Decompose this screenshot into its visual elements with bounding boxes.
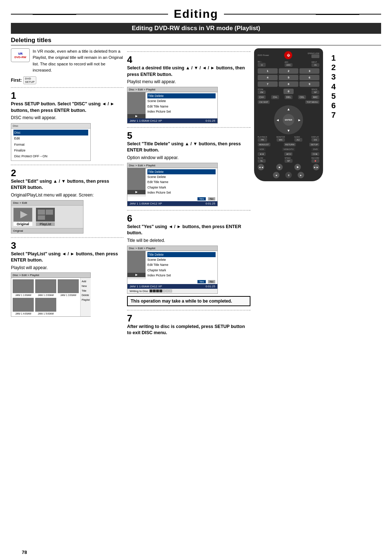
ch-vol-row: CH+ CH- DEL CEL MIC	[258, 95, 319, 99]
playback-area: PLAYBACK PB	[258, 136, 267, 142]
arrow-right[interactable]: ►	[298, 118, 301, 122]
num-4[interactable]: 4	[258, 75, 278, 80]
playlist-menu-chapter-6: Chapter Mark	[147, 268, 166, 272]
num-2[interactable]: 2	[279, 68, 299, 74]
pl-side-delete: Delete	[82, 293, 90, 298]
open-close-button[interactable]	[311, 54, 319, 58]
writing-label: Writing to Disc	[130, 289, 148, 293]
step-5-block: 5 Select "Title Delete" using ▲ / ▼ butt…	[127, 131, 250, 206]
num-0[interactable]: 0	[283, 89, 294, 94]
arrow-down[interactable]: ▼	[287, 129, 290, 133]
playlist-label: PlayList	[36, 222, 55, 226]
num-3[interactable]: 3	[299, 68, 319, 74]
top-menu-button[interactable]: TOP MENU	[305, 100, 319, 104]
origpl-header: Disc > Edit	[11, 200, 83, 206]
side-num-3: 3	[331, 73, 336, 81]
next-button[interactable]: ►	[298, 172, 304, 178]
playback-button[interactable]: PB	[258, 138, 267, 142]
stop-button[interactable]: ■	[276, 164, 283, 170]
skip-prev-button[interactable]: ◄◄	[258, 152, 266, 156]
num-7[interactable]: 7	[258, 81, 278, 87]
num-1[interactable]: 1	[258, 68, 278, 74]
menu-list-button[interactable]: MENU/LIST	[258, 143, 270, 146]
cm-skip-row: CM SKIP TOP MENU	[258, 100, 319, 104]
playlist-menu-edit-title: Edit Title Name	[147, 105, 168, 108]
num-9[interactable]: 9	[299, 81, 319, 87]
dots-separator-7	[127, 310, 250, 311]
arrow-up[interactable]: ▲	[287, 107, 290, 111]
remote-container: DVD Power ⏻ OPEN/CLOSE IB/ I - ⊡	[254, 48, 323, 181]
section-banner: Editing DVD-RW discs in VR mode (Playlis…	[11, 23, 381, 34]
side-num-7: 7	[331, 111, 336, 119]
pause-button[interactable]: ⏸	[285, 172, 292, 178]
footer-date-5: JAN/ 1 1:00AM CH12 XP	[130, 202, 162, 205]
power-button[interactable]: ⏻	[284, 51, 292, 59]
pl-label-1: JAN/ 1 1:00AM	[13, 294, 34, 296]
menu-return-setup-row: MENU/LIST RETURN SETUP	[258, 143, 319, 146]
svg-rect-3	[38, 210, 45, 215]
arc-button[interactable]: ARC	[285, 63, 293, 67]
page-number: 78	[22, 550, 27, 555]
display-area: DISPLAY DS	[311, 136, 319, 142]
prev-button[interactable]: ◄	[273, 172, 279, 178]
rewind-button[interactable]: ◄◄	[258, 164, 264, 170]
ch-plus-button[interactable]: CH+	[258, 95, 266, 99]
record-button[interactable]: ⏺	[311, 159, 319, 163]
origpl-screen: Disc > Edit Original PlayLis	[11, 200, 83, 234]
playlist-thumb-col-6: ▶	[127, 251, 146, 279]
ibi-button[interactable]: ⊡	[258, 63, 266, 67]
forward-button[interactable]: ►►	[313, 164, 319, 170]
pl-side-playlist: Playlist	[82, 298, 90, 303]
svg-rect-5	[38, 215, 45, 220]
skip-next-button[interactable]: ◄CH	[284, 152, 293, 156]
video-tv-button[interactable]: VIDEO/TV	[282, 147, 295, 151]
step-5-number: 5	[127, 131, 250, 140]
num-5[interactable]: 5	[279, 75, 299, 80]
cel-button[interactable]: CEL	[298, 95, 306, 99]
display-button[interactable]: DS	[311, 138, 319, 142]
playlist-screen-footer-6: JAN/ 1 1:00AM CH12 XP 0:01:25	[127, 284, 217, 289]
disc-menu-item-finalize: Finalize	[13, 147, 88, 153]
ch-minus-button[interactable]: CH-	[271, 95, 279, 99]
arrow-ring: ▲ ▼ ◄ ► ENTER	[274, 105, 303, 134]
mic-button[interactable]: MIC	[311, 95, 319, 99]
dots-separator-3	[11, 237, 123, 238]
step-3-number: 3	[11, 241, 123, 250]
pl-grid-body: JAN/ 1 1:00AM JAN/ 1 2:00AM JAN/ 1 3:00A…	[11, 278, 80, 316]
space-button[interactable]: SP	[311, 90, 319, 94]
setup-button[interactable]: SETUP	[309, 143, 319, 146]
side-numbers: 1 2 3 4 5 6 7	[331, 54, 336, 119]
left-column: VR DVD-RW In VR mode, even when a title …	[11, 48, 123, 340]
origpl-footer: Original	[11, 228, 83, 233]
arrow-left[interactable]: ◄	[276, 118, 279, 122]
playlist-thumb-img-6	[127, 251, 146, 273]
playlist-menu-index-6: Index Picture Set	[147, 274, 171, 277]
pl-thumb-1	[13, 279, 34, 293]
step-5-bold: Select "Title Delete" using ▲ / ▼ button…	[127, 141, 250, 154]
del-button[interactable]: DEL	[285, 95, 293, 99]
scroll-indicator-6: ▶	[127, 273, 146, 277]
audio-button[interactable]: AU	[294, 138, 302, 142]
footer-time-5: 0:01:25	[205, 202, 215, 205]
speed-button[interactable]: SP	[285, 159, 293, 163]
vcr-button[interactable]: VCR	[258, 147, 266, 151]
play-button[interactable]: ▶	[294, 164, 301, 170]
enter-button[interactable]: ENTER	[283, 114, 294, 126]
dvd-badge-area: VR DVD-RW In VR mode, even when a title …	[11, 48, 123, 73]
cm-skip-button[interactable]: CM SKIP	[258, 100, 270, 104]
monitor-button[interactable]: MN	[277, 138, 285, 142]
slow-button[interactable]: SL	[258, 159, 266, 163]
zoom-button[interactable]: ZM	[258, 90, 266, 94]
ch-up-button[interactable]: CH►	[311, 152, 319, 156]
playlist-menu-screen-4: Disc > Edit > Playlist ▶ Title Delete Sc…	[127, 87, 218, 123]
num-8[interactable]: 8	[279, 81, 299, 87]
num-6[interactable]: 6	[299, 75, 319, 80]
playlist-item: PlayList	[36, 208, 55, 226]
footer-date-6: JAN/ 1 1:00AM CH12 XP	[130, 285, 162, 288]
input-button[interactable]: IN	[311, 63, 319, 67]
return-button[interactable]: RETURN	[284, 143, 296, 146]
dvd-button[interactable]: DVD	[311, 147, 319, 151]
open-close-area: OPEN/CLOSE	[307, 52, 319, 58]
disc-screen-header: Disc	[11, 123, 90, 129]
confirm-row-6: Yes No	[127, 279, 217, 284]
